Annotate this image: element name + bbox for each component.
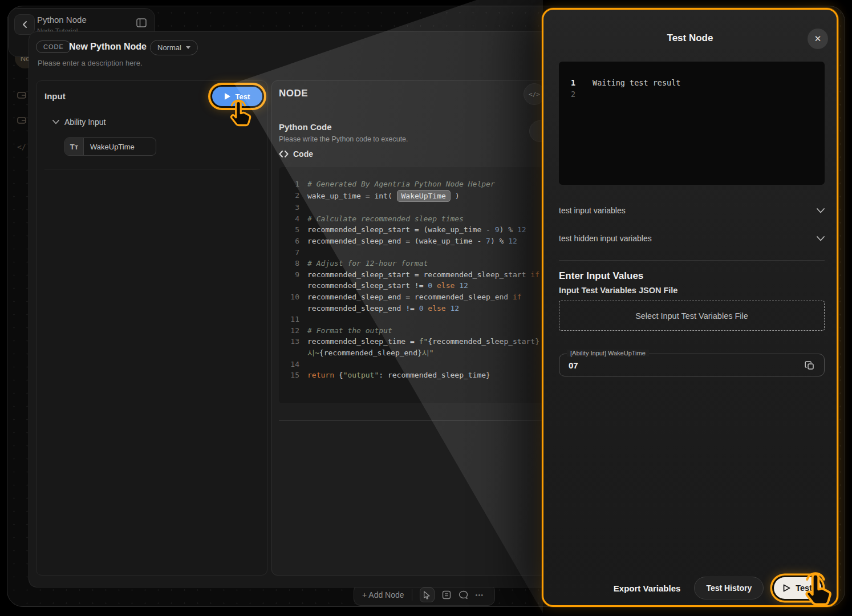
run-test-label: Test [796,583,812,593]
play-icon [225,93,230,100]
test-history-button[interactable]: Test History [694,577,764,599]
input-panel: Input Test Ability Input Tт WakeUpTime [36,80,267,576]
chevron-left-icon [22,21,27,29]
sidebar-toggle-icon [136,18,147,27]
wakeuptime-input-field[interactable]: [Ability Input] WakeUpTime 07 [559,354,825,376]
select-test-variables-file-button[interactable]: Select Input Test Variables File [559,301,825,331]
rail-link-icon[interactable] [17,116,29,128]
caret-down-icon [186,46,190,49]
export-variables-button[interactable]: Export Variables [610,583,684,594]
test-button-label: Test [236,92,250,101]
console-row: 2 [571,88,825,100]
more-options-button[interactable]: ••• [476,591,484,598]
text-type-icon: Tт [65,138,84,155]
play-outline-icon [783,584,790,592]
close-button[interactable]: ✕ [808,29,828,49]
notes-button[interactable] [442,590,451,599]
test-panel-footer: Export Variables Test History Test [610,577,821,599]
chevron-down-icon [817,208,825,213]
enter-input-values-title: Enter Input Values [559,270,643,282]
divider [559,260,825,261]
test-node-panel: Test Node ✕ 1Waiting test result2 test i… [542,8,838,607]
input-panel-title: Input [44,91,66,101]
test-hidden-input-variables-collapse[interactable]: test hidden input variables [559,228,825,249]
node-editor-title: New Python Node [69,42,147,52]
chevron-down-icon [817,236,825,241]
app-root: Python Node Node Tutorial Ne </ CODE New… [0,0,852,616]
sidebar-toggle-button[interactable] [136,18,147,27]
code-label-text: Code [293,149,313,159]
chat-button[interactable] [459,590,468,599]
chevron-down-icon [52,120,59,124]
variable-field-wakeuptime[interactable]: Tт WakeUpTime [64,137,156,156]
divider [44,169,260,169]
mode-dropdown-value: Normal [157,43,181,52]
divider [412,589,412,601]
ability-input-collapse[interactable]: Ability Input [52,117,106,127]
console-row: 1Waiting test result [571,77,825,88]
test-result-console: 1Waiting test result2 [559,62,825,185]
node-panel-title: NODE [279,88,308,99]
add-node-button[interactable]: + Add Node [362,590,404,599]
chat-bubble-icon [459,590,468,599]
code-slash-icon: </> [529,91,540,98]
field-label: [Ability Input] WakeUpTime [567,350,649,356]
workflow-title: Python Node [37,15,87,25]
select-file-label: Select Input Test Variables File [635,311,748,321]
ability-input-label: Ability Input [64,117,106,127]
pointer-tool-button[interactable] [420,587,435,602]
cursor-icon [423,591,431,599]
field-value: 07 [569,360,578,370]
copy-icon [804,360,816,371]
rail-code-icon[interactable]: </ [17,143,29,154]
test-input-variables-collapse[interactable]: test input variables [559,200,825,221]
back-button[interactable] [14,14,35,35]
console-lines: 1Waiting test result2 [571,77,825,100]
input-json-file-label: Input Test Variables JSON File [559,286,677,295]
copy-button[interactable] [804,359,817,372]
close-icon: ✕ [814,34,822,44]
collapse-label: test input variables [559,206,626,215]
variable-name: WakeUpTime [84,138,156,155]
mode-dropdown[interactable]: Normal [150,40,198,55]
run-test-button[interactable]: Test [774,577,821,599]
code-brackets-icon [279,151,289,157]
collapse-label: test hidden input variables [559,234,652,243]
test-panel-title: Test Node [543,33,837,44]
python-code-title: Python Code [279,122,332,132]
node-type-badge: CODE [36,40,71,53]
test-button-primary[interactable]: Test [212,87,262,106]
node-description-input[interactable]: Please enter a description here. [38,59,143,67]
note-icon [442,590,451,599]
code-section-label: Code [279,149,313,159]
python-code-desc: Please write the Python code to execute. [279,135,408,143]
rail-link-icon[interactable] [17,91,29,103]
